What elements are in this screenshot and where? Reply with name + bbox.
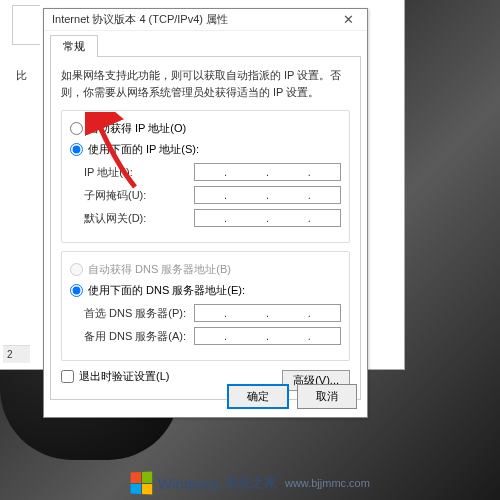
ok-button[interactable]: 确定 — [227, 384, 289, 409]
titlebar: Internet 协议版本 4 (TCP/IPv4) 属性 ✕ — [44, 9, 367, 31]
alt-dns-label: 备用 DNS 服务器(A): — [84, 329, 194, 344]
description-text: 如果网络支持此功能，则可以获取自动指派的 IP 设置。否则，你需要从网络系统管理… — [61, 67, 350, 100]
tab-panel-general: 如果网络支持此功能，则可以获取自动指派的 IP 设置。否则，你需要从网络系统管理… — [50, 56, 361, 400]
watermark-url: www.bjjmmc.com — [285, 477, 370, 489]
dialog-title: Internet 协议版本 4 (TCP/IPv4) 属性 — [52, 12, 333, 27]
ip-address-input[interactable]: ... — [194, 163, 341, 181]
radio-manual-dns-label: 使用下面的 DNS 服务器地址(E): — [88, 283, 245, 298]
radio-manual-ip[interactable] — [70, 143, 83, 156]
radio-auto-dns-label: 自动获得 DNS 服务器地址(B) — [88, 262, 231, 277]
ipv4-properties-dialog: Internet 协议版本 4 (TCP/IPv4) 属性 ✕ 常规 如果网络支… — [43, 8, 368, 418]
primary-dns-input[interactable]: ... — [194, 304, 341, 322]
validate-label: 退出时验证设置(L) — [79, 369, 169, 384]
subnet-mask-label: 子网掩码(U): — [84, 188, 194, 203]
dns-group: 自动获得 DNS 服务器地址(B) 使用下面的 DNS 服务器地址(E): 首选… — [61, 251, 350, 361]
subnet-mask-input[interactable]: ... — [194, 186, 341, 204]
radio-auto-ip-label: 自动获得 IP 地址(O) — [88, 121, 186, 136]
watermark: Windows 系统之家 www.bjjmmc.com — [0, 472, 500, 494]
watermark-brand: Windows — [158, 475, 219, 492]
ip-address-label: IP 地址(I): — [84, 165, 194, 180]
cancel-button[interactable]: 取消 — [297, 384, 357, 409]
ip-address-group: 自动获得 IP 地址(O) 使用下面的 IP 地址(S): IP 地址(I): … — [61, 110, 350, 243]
primary-dns-label: 首选 DNS 服务器(P): — [84, 306, 194, 321]
radio-auto-ip[interactable] — [70, 122, 83, 135]
watermark-sub: 系统之家 — [225, 474, 277, 492]
gateway-input[interactable]: ... — [194, 209, 341, 227]
parent-window-text: 比 — [16, 68, 27, 83]
close-button[interactable]: ✕ — [333, 12, 363, 27]
radio-manual-ip-label: 使用下面的 IP 地址(S): — [88, 142, 199, 157]
windows-logo-icon — [131, 472, 153, 495]
radio-auto-dns — [70, 263, 83, 276]
radio-manual-dns[interactable] — [70, 284, 83, 297]
gateway-label: 默认网关(D): — [84, 211, 194, 226]
validate-checkbox[interactable] — [61, 370, 74, 383]
alt-dns-input[interactable]: ... — [194, 327, 341, 345]
parent-window-status: 2 — [3, 345, 30, 363]
tab-general[interactable]: 常规 — [50, 35, 98, 57]
